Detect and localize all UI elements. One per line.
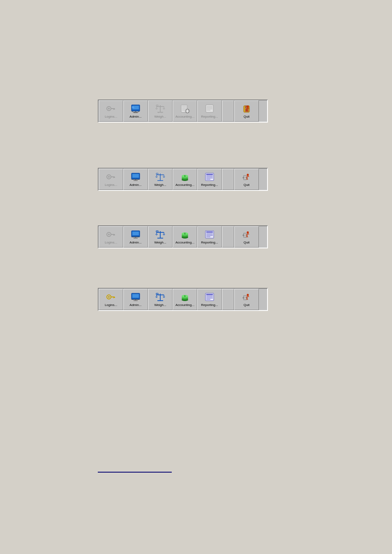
svg-point-137 — [247, 294, 249, 296]
admin-button-2[interactable]: Admin... — [123, 169, 148, 190]
svg-rect-23 — [182, 110, 185, 111]
svg-rect-28 — [207, 106, 212, 107]
svg-rect-81 — [132, 232, 139, 235]
admin-label-4: Admin... — [129, 304, 141, 307]
key-active-icon-4 — [106, 292, 116, 303]
logins-label-4: Logins... — [105, 304, 117, 307]
weighing-label-4: Weigh... — [154, 304, 166, 307]
svg-rect-101 — [206, 236, 210, 237]
quit-icon-2 — [241, 172, 252, 183]
quit-label-2: Quit — [244, 183, 250, 187]
quit-label-4: Quit — [244, 304, 250, 307]
toolbar-end-1 — [259, 100, 267, 122]
accounting-button-4[interactable]: $ Accounting... — [173, 289, 197, 310]
logins-button-2[interactable]: Logins... — [99, 169, 123, 190]
admin-label-2: Admin... — [129, 183, 141, 187]
svg-rect-62 — [206, 174, 213, 175]
toolbar-end-3 — [259, 226, 267, 248]
admin-label-1: Admin... — [129, 115, 141, 119]
scale-icon-3 — [155, 229, 166, 240]
svg-point-67 — [247, 174, 249, 176]
svg-rect-90 — [156, 231, 158, 232]
accounting-button-1[interactable]: Accounting... — [173, 100, 197, 122]
svg-rect-125 — [156, 293, 158, 294]
svg-rect-100 — [206, 235, 213, 236]
svg-rect-31 — [207, 110, 210, 111]
logins-button-1[interactable]: Logins... — [99, 100, 123, 122]
svg-rect-46 — [132, 174, 139, 178]
reporting-button-1[interactable]: Reporting... — [197, 100, 222, 122]
admin-icon-2 — [130, 172, 141, 183]
svg-rect-8 — [134, 112, 138, 113]
accounting-button-3[interactable]: $ Accounting... — [173, 226, 197, 248]
quit-label-3: Quit — [244, 241, 250, 245]
svg-point-1 — [108, 108, 110, 109]
logins-label-1: Logins... — [105, 115, 117, 119]
admin-button-1[interactable]: Admin... — [123, 100, 148, 122]
svg-line-107 — [248, 234, 249, 235]
svg-rect-119 — [134, 300, 138, 301]
admin-button-3[interactable]: Admin... — [123, 226, 148, 248]
reporting-icon-2 — [204, 172, 215, 183]
logins-button-4[interactable]: Logins... — [99, 289, 123, 310]
toolbar-end-2 — [259, 169, 267, 190]
reporting-label-3: Reporting... — [201, 241, 218, 245]
svg-point-111 — [108, 296, 110, 298]
scale-icon-1 — [155, 104, 166, 114]
quit-icon-1: 🚪 — [241, 104, 252, 114]
reporting-icon-4 — [204, 292, 215, 303]
quit-button-4[interactable]: Quit — [234, 289, 259, 310]
accounting-label-3: Accounting... — [175, 241, 194, 245]
svg-line-68 — [247, 176, 248, 178]
svg-rect-134 — [206, 297, 213, 297]
svg-rect-97 — [206, 232, 213, 232]
svg-rect-66 — [206, 179, 210, 180]
accounting-label-2: Accounting... — [175, 183, 194, 187]
quit-button-2[interactable]: Quit — [234, 169, 259, 190]
weighing-button-4[interactable]: Weigh... — [148, 289, 173, 310]
reporting-button-3[interactable]: Reporting... — [197, 226, 222, 248]
svg-line-138 — [247, 296, 248, 299]
svg-rect-99 — [206, 234, 213, 235]
spacer-1 — [222, 100, 234, 122]
svg-rect-55 — [156, 173, 158, 174]
accounting-icon-3: $ — [180, 229, 190, 240]
reporting-icon-1 — [204, 104, 215, 114]
svg-line-142 — [248, 296, 249, 297]
scale-icon-4 — [155, 292, 166, 303]
svg-line-72 — [248, 176, 249, 177]
logins-button-3[interactable]: Logins... — [99, 226, 123, 248]
quit-button-1[interactable]: 🚪 Quit — [234, 100, 259, 122]
svg-point-76 — [108, 234, 110, 235]
svg-line-141 — [247, 298, 248, 300]
weighing-label-2: Weigh... — [154, 183, 166, 187]
reporting-button-4[interactable]: Reporting... — [197, 289, 222, 310]
accounting-icon-2: $ — [180, 172, 190, 183]
accounting-label-4: Accounting... — [175, 304, 194, 307]
admin-icon-3 — [130, 229, 141, 240]
accounting-button-2[interactable]: $ Accounting... — [173, 169, 197, 190]
quit-button-3[interactable]: Quit — [234, 226, 259, 248]
weighing-button-1[interactable]: Weigh... — [148, 100, 173, 122]
spacer-2 — [222, 169, 234, 190]
spacer-3 — [222, 226, 234, 248]
reporting-icon-3 — [204, 229, 215, 240]
weighing-button-2[interactable]: Weigh... — [148, 169, 173, 190]
logins-label-2: Logins... — [105, 183, 117, 187]
bottom-decoration-line — [98, 472, 172, 473]
svg-rect-98 — [206, 233, 213, 234]
weighing-label-3: Weigh... — [154, 241, 166, 245]
svg-rect-20 — [182, 106, 186, 107]
spacer-4 — [222, 289, 234, 310]
svg-rect-65 — [206, 178, 213, 178]
admin-icon-1 — [130, 104, 141, 114]
admin-button-4[interactable]: Admin... — [123, 289, 148, 310]
svg-point-41 — [108, 176, 110, 178]
accounting-label-1: Accounting... — [175, 115, 194, 119]
reporting-label-1: Reporting... — [201, 115, 218, 119]
toolbar-end-4 — [259, 289, 267, 310]
weighing-button-3[interactable]: Weigh... — [148, 226, 173, 248]
accounting-icon-4: $ — [180, 292, 190, 303]
admin-label-3: Admin... — [129, 241, 141, 245]
reporting-button-2[interactable]: Reporting... — [197, 169, 222, 190]
